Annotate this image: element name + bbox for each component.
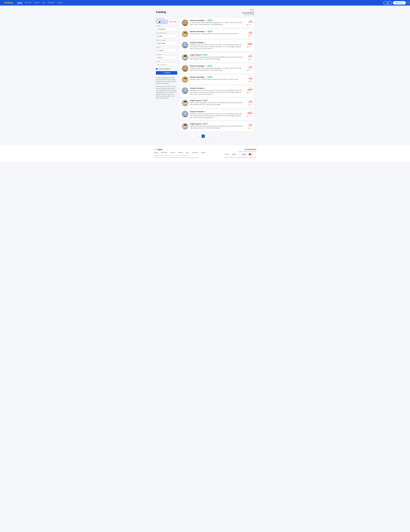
online-badge: ONLINE — [207, 76, 213, 78]
footer-link-support[interactable]: Support — [201, 152, 206, 153]
rating-up: 39 / -1 — [249, 115, 252, 117]
seller-desc: Want More Leads? Looking For More Conver… — [190, 33, 243, 35]
price-value: $500 — [245, 112, 252, 114]
svg-point-15 — [184, 55, 187, 57]
card-price: From $73 👍 / -5 — [245, 123, 252, 129]
rating-up: 382 — [250, 81, 252, 82]
nav-catalog[interactable]: Catalog — [17, 2, 22, 4]
svg-point-7 — [184, 32, 187, 34]
verified-icon: ✔ — [205, 65, 206, 67]
pagination-2[interactable]: 2 — [198, 134, 201, 138]
listing-card[interactable]: Demian Voorhagen ✔ ONLINE I'm Back! Hot … — [180, 18, 254, 28]
footer-inner: ADZBank Catalog · Best Deals · About us … — [154, 149, 256, 158]
footer-link-catalog[interactable]: Catalog — [154, 152, 158, 153]
footer-links: Catalog · Best Deals · About us · Affili… — [154, 152, 206, 153]
listing-card[interactable]: Demian Voorhagen ✔ ONLINE ☆ Want More Le… — [180, 75, 254, 85]
rating-up: 382 — [250, 35, 252, 37]
listing-card[interactable]: Angelo Sayson ONLINE TONS of SALES Gener… — [180, 52, 254, 62]
thumbup-icon: 👍 — [248, 35, 250, 37]
sort-button[interactable]: Sort ▾ Ratings — [250, 9, 254, 12]
sidebar-info-1: If a seller rejected the order, there wa… — [156, 77, 177, 85]
search-label: Search — [156, 61, 177, 62]
pagination-3[interactable]: 3 — [201, 134, 205, 138]
seller-name: Tomass Freimanis — [190, 87, 204, 89]
nav-best-deals[interactable]: Best Deals — [25, 2, 32, 4]
card-name-row: Tomass Freimanis ✔ — [190, 42, 243, 43]
rating-up: / -5 — [250, 104, 252, 105]
pagination-1[interactable]: 1 — [194, 134, 198, 138]
nav-help[interactable]: Help — [42, 2, 45, 4]
card-body: Demian Voorhagen ✔ ONLINE ☆ Want More Le… — [190, 30, 243, 35]
search-input[interactable] — [156, 63, 177, 66]
accept-payment-sub: The best payment gateways for you — [224, 151, 256, 152]
thumbup-icon: 👍 — [248, 127, 250, 129]
listing-card[interactable]: Angelo Sayson ONLINE TONS of SALES Gener… — [180, 121, 254, 131]
search-button[interactable]: 🔍 SEARCH — [156, 71, 177, 75]
sidebar-info: If a seller rejected the order, there wa… — [156, 77, 177, 99]
seller-name: Tomass Freimanis — [190, 42, 204, 43]
footer-copyright: Copyright © 2019. All Rights Reserved. P… — [154, 155, 206, 158]
header-buttons: Login Registration — [383, 1, 406, 4]
pagination-8[interactable]: 8 — [209, 134, 212, 138]
seller-desc: Want More Leads? Looking For More Conver… — [190, 78, 243, 80]
rating-up: 39 / -1 — [249, 92, 252, 93]
seller-name: Tomass Freimanis — [190, 111, 204, 113]
login-button[interactable]: Login — [383, 1, 392, 4]
nav-guarantees[interactable]: Guarantees — [48, 2, 55, 4]
footer-link-guarantees[interactable]: Guarantees — [191, 152, 198, 153]
verified-label: Verified by ADZBank — [158, 68, 170, 70]
star-icon: ☆ — [213, 76, 215, 78]
listing-card[interactable]: Demian Voorhagen ✔ ONLINE I'm Back! Hot … — [180, 63, 254, 74]
footer-terms-link[interactable]: Terms and Conditions — [236, 157, 248, 158]
from-label: From — [245, 30, 252, 32]
footer-payments-link[interactable]: Payments & Delivery — [224, 157, 235, 158]
pagination-9[interactable]: 9 — [212, 134, 216, 138]
lastseen-select[interactable]: Anytime — [156, 56, 177, 59]
card-price: From $35 👍 382 — [245, 76, 252, 82]
footer-link-help[interactable]: Help — [186, 152, 189, 153]
location-select[interactable]: All languages — [156, 27, 177, 31]
from-label: From — [245, 42, 252, 43]
avatar — [182, 100, 189, 106]
search-icon: 🔍 — [163, 72, 165, 74]
instagram-btn[interactable]: ✓ 📷 Instagram — [156, 20, 168, 23]
footer-link-affiliates[interactable]: Affiliates — [178, 152, 183, 153]
rating-select[interactable]: 0+ ratings — [156, 49, 177, 52]
footer: ADZBank Catalog · Best Deals · About us … — [0, 145, 410, 162]
footer-link-best-deals[interactable]: Best Deals — [161, 152, 167, 153]
rating-row: 👍 / -5 — [245, 127, 252, 129]
pagination-next[interactable]: › — [216, 134, 219, 138]
card-name-row: Tomass Freimanis ✔ — [190, 111, 243, 113]
svg-point-23 — [184, 78, 187, 79]
listing-card[interactable]: Tomass Freimanis ✔ NOTHING to pay to me.… — [180, 109, 254, 120]
thumbup-icon: 👍 — [248, 104, 250, 105]
listing-card[interactable]: Angelo Sayson ONLINE TONS of SALES Gener… — [180, 98, 254, 108]
price-value: $35 — [245, 32, 252, 34]
footer-privacy-link[interactable]: Privacy Policy — [249, 157, 256, 158]
card-body: Angelo Sayson ONLINE TONS of SALES Gener… — [190, 54, 243, 60]
card-name-row: Angelo Sayson ONLINE — [190, 100, 243, 101]
thumbup-icon: 👍 — [248, 58, 250, 60]
footer-link-about[interactable]: About us — [170, 152, 175, 153]
listing-card[interactable]: Tomass Freimanis ✔ NOTHING to pay to me.… — [180, 40, 254, 51]
rating-row: 👍 39 / -1 — [245, 69, 252, 71]
traffic-select[interactable]: All traffic — [156, 35, 177, 38]
verified-icon: ✔ — [205, 87, 206, 89]
register-button[interactable]: Registration — [393, 1, 406, 4]
pagination-prev[interactable]: ‹ — [191, 134, 194, 138]
youtube-btn[interactable]: ▶ YouTube — [169, 20, 178, 23]
from-label: From — [245, 76, 252, 77]
mastercard-icon — [248, 153, 253, 156]
language-select[interactable]: English (889) — [156, 42, 177, 45]
listing-card[interactable]: Tomass Freimanis ✔ NOTHING to pay to me.… — [180, 86, 254, 97]
accept-payment-title: Accept Payment — [224, 149, 256, 150]
social-network-label: Social Network — [156, 18, 177, 19]
main-nav: Catalog Best Deals About us Help Guarant… — [17, 2, 383, 4]
nav-support[interactable]: Support — [57, 2, 62, 4]
nav-about-us[interactable]: About us — [34, 2, 40, 4]
pagination-dots: ? — [205, 134, 209, 138]
rating-row: 👍 39 / -1 — [245, 46, 252, 48]
card-price: From $500 👍 39 / -1 — [245, 42, 252, 48]
listing-card[interactable]: Demian Voorhagen ✔ ONLINE ☆ Want More Le… — [180, 29, 254, 39]
lastseen-label: Last seen — [156, 54, 177, 55]
